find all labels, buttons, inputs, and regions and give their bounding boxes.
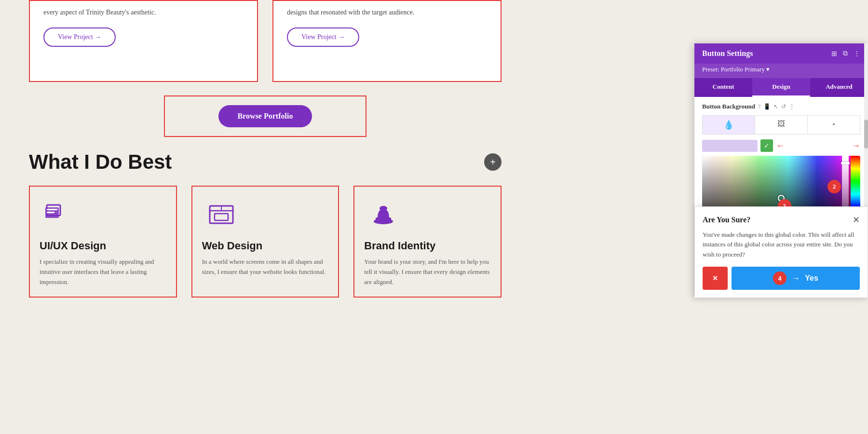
svg-point-10 <box>380 206 387 211</box>
card-2-text: designs that resonated with the target a… <box>287 7 487 18</box>
uiux-icon <box>40 196 78 235</box>
dialog-yes-button[interactable]: 4 → Yes <box>732 267 860 290</box>
section-header: What I Do Best + <box>0 150 530 174</box>
plus-icon: + <box>490 157 496 168</box>
color-confirm-button[interactable]: ✓ <box>760 139 773 152</box>
brand-icon <box>364 196 403 235</box>
dialog-close-button[interactable]: ✕ <box>853 215 860 225</box>
solid-color-icon: 💧 <box>723 120 734 130</box>
web-icon <box>202 196 241 235</box>
add-section-button[interactable]: + <box>484 153 502 171</box>
svg-rect-9 <box>376 217 391 221</box>
panel-preset[interactable]: Preset: Portfolio Primary ▾ <box>694 64 868 78</box>
service-card-brand: Brand Identity Your brand is your story,… <box>353 186 502 298</box>
service-card-uiux: UI/UX Design I specialize in creating vi… <box>29 186 177 298</box>
panel-tabs: Content Design Advanced <box>694 78 868 97</box>
panel-header: Button Settings ⊞ ⧉ ⋮ <box>694 43 868 64</box>
yes-label: Yes <box>805 274 818 283</box>
yes-arrow: → <box>791 273 800 284</box>
browse-portfolio-button[interactable]: Browse Portfolio <box>218 105 312 127</box>
browse-section: Browse Portfolio <box>29 95 502 137</box>
web-title: Web Design <box>202 240 329 252</box>
bg-label-row: Button Background ? 📱 ↖ ↺ ⋮ <box>702 103 860 110</box>
brand-svg-icon <box>369 201 398 230</box>
badge-4: 4 <box>773 271 787 285</box>
svg-rect-2 <box>47 209 57 210</box>
view-project-btn-1[interactable]: View Project → <box>43 27 116 47</box>
split-icon[interactable]: ⧉ <box>843 50 848 57</box>
solid-color-tab[interactable]: 💧 <box>703 116 755 134</box>
uiux-title: UI/UX Design <box>40 240 166 252</box>
expand-icon[interactable]: ⊞ <box>831 50 837 58</box>
tab-content[interactable]: Content <box>694 78 752 97</box>
arrow-to-confirm: ← <box>776 141 785 151</box>
uiux-desc: I specialize in creating visually appeal… <box>40 257 166 287</box>
web-svg-icon <box>207 201 236 230</box>
dialog-text: You've made changes to this global color… <box>703 230 860 260</box>
panel-header-icons: ⊞ ⧉ ⋮ <box>831 50 860 58</box>
services-row: UI/UX Design I specialize in creating vi… <box>0 186 530 298</box>
color-type-tabs: 💧 🖼 ▪ <box>702 115 860 135</box>
pattern-icon: ▪ <box>833 121 835 128</box>
web-desc: In a world where screens come in all sha… <box>202 257 329 277</box>
gradient-color-tab[interactable]: 🖼 <box>755 116 808 134</box>
svg-rect-6 <box>215 214 228 220</box>
device-icon[interactable]: 📱 <box>763 103 771 110</box>
alpha-handle[interactable] <box>841 162 850 164</box>
project-cards-row: every aspect of Trinity Beauty's aesthet… <box>0 0 530 82</box>
pattern-color-tab[interactable]: ▪ <box>808 116 860 134</box>
section-title: What I Do Best <box>29 150 172 174</box>
tab-advanced[interactable]: Advanced <box>810 78 868 97</box>
cursor-icon[interactable]: ↖ <box>773 103 778 110</box>
brand-desc: Your brand is your story, and I'm here t… <box>364 257 491 287</box>
confirm-dialog: Are You Sure? ✕ You've made changes to t… <box>694 206 868 298</box>
uiux-svg-icon <box>44 201 73 230</box>
hex-row: #a516e2 ✓ ← → <box>702 139 860 152</box>
color-hex-input[interactable]: #a516e2 <box>702 140 758 152</box>
project-card-1: every aspect of Trinity Beauty's aesthet… <box>29 0 258 82</box>
service-card-web: Web Design In a world where screens come… <box>191 186 339 298</box>
dialog-cancel-button[interactable]: ✕ <box>703 267 728 290</box>
browse-box: Browse Portfolio <box>164 95 366 137</box>
badge-2: 2 <box>827 180 841 193</box>
view-project-btn-2[interactable]: View Project → <box>287 27 359 47</box>
more-options-icon[interactable]: ⋮ <box>789 103 795 110</box>
help-icon[interactable]: ? <box>758 103 760 110</box>
svg-rect-3 <box>47 212 54 213</box>
card-1-text: every aspect of Trinity Beauty's aesthet… <box>43 7 244 18</box>
tab-design[interactable]: Design <box>752 78 810 97</box>
button-settings-panel: Button Settings ⊞ ⧉ ⋮ Preset: Portfolio … <box>694 43 868 298</box>
more-icon[interactable]: ⋮ <box>854 50 860 58</box>
preset-label: Preset: Portfolio Primary ▾ <box>702 66 770 73</box>
bg-label: Button Background <box>702 103 755 110</box>
project-card-2: designs that resonated with the target a… <box>272 0 502 82</box>
dialog-title: Are You Sure? <box>703 216 750 224</box>
gradient-icon: 🖼 <box>777 120 785 128</box>
dialog-header: Are You Sure? ✕ <box>703 215 860 225</box>
arrow-to-circle: → <box>852 141 860 151</box>
dialog-footer: ✕ 4 → Yes <box>703 267 860 290</box>
undo-icon[interactable]: ↺ <box>781 103 786 110</box>
main-content: every aspect of Trinity Beauty's aesthet… <box>0 0 530 434</box>
brand-title: Brand Identity <box>364 240 491 252</box>
panel-title: Button Settings <box>702 49 753 58</box>
scrollbar-thumb[interactable] <box>864 120 868 149</box>
